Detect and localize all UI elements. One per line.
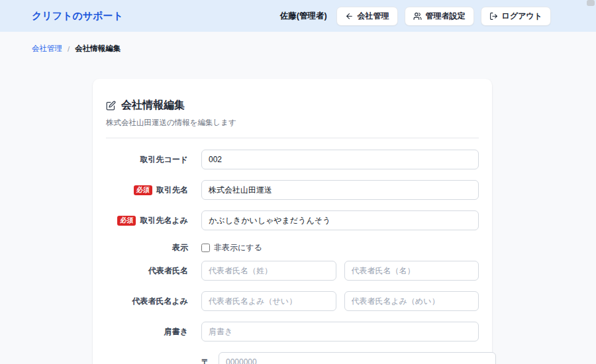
field-row-rep-name-kana: 代表者氏名よみ bbox=[106, 291, 479, 311]
arrow-left-icon bbox=[345, 12, 354, 21]
required-badge: 必須 bbox=[117, 216, 136, 226]
name-kana-label: 取引先名よみ bbox=[140, 215, 188, 226]
breadcrumb: 会社管理 / 会社情報編集 bbox=[32, 44, 596, 54]
display-label: 表示 bbox=[106, 242, 188, 253]
code-label: 取引先コード bbox=[106, 154, 188, 165]
company-management-button[interactable]: 会社管理 bbox=[336, 7, 398, 26]
edit-icon bbox=[106, 101, 116, 111]
rep-name-first-input[interactable] bbox=[344, 261, 479, 281]
company-management-label: 会社管理 bbox=[358, 11, 389, 22]
users-icon bbox=[413, 12, 422, 21]
field-row-code: 取引先コード bbox=[106, 150, 479, 169]
field-row-display: 表示 非表示にする bbox=[106, 241, 479, 254]
logout-icon bbox=[489, 12, 498, 21]
admin-settings-label: 管理者設定 bbox=[426, 11, 466, 22]
card-title-row: 会社情報編集 bbox=[106, 99, 479, 113]
postal-code-input[interactable] bbox=[219, 352, 496, 364]
name-input[interactable] bbox=[201, 180, 479, 200]
name-label: 取引先名 bbox=[156, 185, 188, 196]
postal-mark-label: 〒 bbox=[201, 357, 209, 364]
field-row-name: 必須 取引先名 bbox=[106, 180, 479, 200]
hide-checkbox-wrap[interactable]: 非表示にする bbox=[201, 242, 262, 253]
page-subtitle: 株式会社山田運送の情報を編集します bbox=[106, 118, 479, 128]
field-row-postal: 〒 bbox=[106, 352, 479, 364]
name-kana-input[interactable] bbox=[201, 210, 479, 230]
admin-settings-button[interactable]: 管理者設定 bbox=[405, 7, 474, 26]
header-bar: クリフトのサポート 佐藤(管理者) 会社管理 管理者設定 ログアウト bbox=[0, 0, 596, 32]
field-row-name-kana: 必須 取引先名よみ bbox=[106, 210, 479, 230]
name-label-wrap: 必須 取引先名 bbox=[106, 185, 188, 196]
breadcrumb-link-company-management[interactable]: 会社管理 bbox=[32, 44, 62, 54]
breadcrumb-separator: / bbox=[68, 45, 70, 53]
user-name: 佐藤(管理者) bbox=[280, 11, 327, 22]
logout-button[interactable]: ログアウト bbox=[481, 7, 551, 26]
page-title: 会社情報編集 bbox=[121, 99, 185, 113]
rep-name-kana-last-input[interactable] bbox=[201, 291, 336, 311]
field-row-rep-name: 代表者氏名 bbox=[106, 261, 479, 281]
rep-name-last-input[interactable] bbox=[201, 261, 336, 281]
rep-name-kana-first-input[interactable] bbox=[344, 291, 479, 311]
required-badge: 必須 bbox=[134, 185, 152, 195]
divider bbox=[106, 138, 479, 138]
job-title-input[interactable] bbox=[201, 322, 479, 341]
header-right-group: 佐藤(管理者) 会社管理 管理者設定 ログアウト bbox=[280, 7, 551, 26]
rep-name-kana-label: 代表者氏名よみ bbox=[106, 296, 188, 307]
rep-name-label: 代表者氏名 bbox=[106, 265, 188, 277]
code-input bbox=[201, 150, 479, 169]
hide-checkbox[interactable] bbox=[201, 244, 210, 252]
breadcrumb-current: 会社情報編集 bbox=[75, 44, 121, 54]
app-title[interactable]: クリフトのサポート bbox=[32, 10, 123, 23]
logout-label: ログアウト bbox=[502, 11, 542, 22]
company-edit-form: 取引先コード 必須 取引先名 必須 取引先名よみ bbox=[106, 150, 479, 364]
job-title-label: 肩書き bbox=[106, 326, 188, 338]
company-edit-card: 会社情報編集 株式会社山田運送の情報を編集します 取引先コード 必須 取引先名 … bbox=[93, 79, 492, 364]
hide-checkbox-label: 非表示にする bbox=[214, 242, 262, 253]
name-kana-label-wrap: 必須 取引先名よみ bbox=[106, 215, 188, 226]
scrollbar-thumb[interactable] bbox=[587, 0, 595, 6]
field-row-job-title: 肩書き bbox=[106, 322, 479, 341]
